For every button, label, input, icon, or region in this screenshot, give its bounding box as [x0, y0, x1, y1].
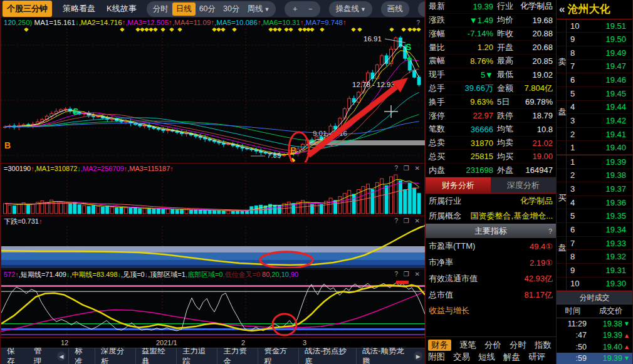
analysis-tab-0[interactable]: 财务分析	[426, 177, 491, 193]
orderbook-row[interactable]: 919.31	[557, 264, 632, 278]
bottom-tab-row1-3[interactable]: 分时	[510, 340, 526, 351]
orderbook-row[interactable]: 519.45	[557, 87, 632, 101]
zoom-in-button[interactable]: ＋	[287, 3, 303, 16]
period-tab-3[interactable]: 30分	[219, 3, 243, 16]
bottom-tab-row2-3[interactable]: 解盘	[503, 351, 520, 363]
period-tab-4[interactable]: 周线▼	[243, 3, 273, 16]
quote-row-4: 震幅8.76%最高20.85	[426, 55, 556, 68]
orderbook-row[interactable]: 319.37	[557, 182, 632, 196]
orderbook-row[interactable]: 619.46	[557, 73, 632, 87]
sell-side-label: 卖盘	[558, 19, 567, 155]
orderbook-row[interactable]: 219.38	[557, 169, 632, 183]
tool-button-0[interactable]: 操盘线▼	[332, 3, 369, 16]
orderbook-row[interactable]: 719.47	[557, 60, 632, 74]
orderbook-row[interactable]: 1019.30	[557, 278, 632, 291]
layout-tab-4[interactable]: 主力资金	[217, 348, 258, 364]
stock-3min-button[interactable]: 个股三分钟	[3, 1, 52, 17]
trade-row-1[interactable]: :4719.39▲	[557, 330, 632, 341]
quote-grid: 最新19.39行业化学制品涨跌▼1.49均价19.68涨幅-7.14%昨收20.…	[426, 0, 556, 177]
zoom-out-button[interactable]: －	[303, 3, 318, 16]
svg-text:S: S	[405, 42, 411, 52]
bottom-tab-row1-4[interactable]: 指数	[535, 340, 552, 351]
oscillator-panel: 572↑,短期线=71.409↓,中期线=83.498↓,见顶=0↓,顶部区域=…	[1, 269, 425, 338]
layout-tab-3[interactable]: 主力追踪	[176, 348, 217, 364]
band-window-icons[interactable]: ? ❐ ✕	[395, 216, 422, 226]
help-icon[interactable]: ?	[416, 18, 422, 28]
trade-row-3[interactable]: :5919.39▼	[557, 353, 632, 364]
volume-window-icons[interactable]: ? ❐ ✕	[395, 164, 422, 174]
readout-segment: ↑	[343, 19, 347, 26]
orderbook-header: « 沧州大化	[557, 0, 632, 19]
readout-segment: ,MA2=256709	[81, 165, 124, 172]
toolbar-link-0[interactable]: 策略看盘	[63, 3, 95, 14]
oscillator-chart[interactable]	[1, 269, 425, 336]
layout-tab-7[interactable]: 战法-顺势龙腾	[356, 348, 414, 364]
layout-tab-2[interactable]: 益盟经典	[135, 348, 176, 364]
save-button[interactable]: 保存	[1, 346, 28, 364]
orderbook-row[interactable]: 919.50	[557, 33, 632, 46]
level-price: 19.51	[587, 21, 626, 31]
orderbook-row[interactable]: 519.35	[557, 209, 632, 223]
level-price: 19.32	[587, 252, 626, 261]
quote-label: 震幅	[429, 55, 454, 66]
quote-value: 5▼	[454, 70, 493, 80]
orderbook-row[interactable]: 119.40	[557, 141, 632, 155]
bottom-tab-row2-2[interactable]: 短线	[478, 351, 495, 363]
period-tab-2[interactable]: 60分	[196, 3, 219, 16]
orderbook-row[interactable]: 619.34	[557, 223, 632, 237]
trade-time: :47	[557, 331, 587, 340]
metric-row-2: 有效流通市值42.93亿	[426, 271, 556, 287]
bottom-tab-row2-4[interactable]: 研评	[528, 351, 545, 363]
orderbook-row[interactable]: 119.39	[557, 155, 632, 169]
orderbook-row[interactable]: 419.36	[557, 196, 632, 210]
orderbook-row[interactable]: 419.44	[557, 101, 632, 115]
toolbar-link-1[interactable]: K线故事	[107, 3, 137, 14]
svg-text:B: B	[290, 145, 296, 155]
orderbook-row[interactable]: 719.33	[557, 237, 632, 251]
stock-trading-app: 个股三分钟策略看盘K线故事分时日线60分30分周线▼＋－操盘线▼画线＋自选▼更多…	[0, 0, 633, 364]
bottom-tab-row2-0[interactable]: 附图	[428, 351, 445, 363]
trade-row-2[interactable]: :5019.40▲	[557, 341, 632, 352]
time-axis-label-3: 3	[303, 339, 306, 346]
orderbook-row[interactable]: 1019.51	[557, 19, 632, 33]
readout-segment: 572	[4, 271, 15, 278]
orderbook-row[interactable]: 319.42	[557, 114, 632, 128]
trade-row-0[interactable]: 11:2919.38▼	[557, 318, 632, 330]
period-tab-0[interactable]: 分时	[149, 3, 172, 16]
bottom-tab-row1-1[interactable]: 逐笔	[459, 340, 476, 351]
orderbook-row[interactable]: 219.41	[557, 128, 632, 142]
metric-row-0: 市盈率(TTM)49.4①	[426, 238, 556, 254]
scroll-tabs-left-icon[interactable]: ◀	[57, 351, 66, 361]
analysis-tab-1[interactable]: 深度分析	[491, 177, 556, 193]
scroll-tabs-right-icon[interactable]: ▶	[414, 351, 422, 361]
metric-row-3: 总市值81.17亿	[426, 287, 556, 303]
bottom-tab-row1-0[interactable]: 财务	[428, 340, 451, 351]
layout-tab-5[interactable]: 资金方程	[258, 348, 298, 364]
quote-row-8: 涨停22.97跌停18.79	[426, 109, 556, 123]
readout-segment: ↑	[170, 165, 174, 172]
layout-tab-6[interactable]: 战法-拐点抄底	[298, 348, 356, 364]
layout-tab-1[interactable]: 深度分析	[95, 348, 135, 364]
period-tab-1[interactable]: 日线	[172, 3, 196, 16]
bottom-tab-row2-1[interactable]: 交易	[453, 351, 470, 363]
readout-segment: ,MA7=9.748	[304, 19, 343, 26]
quote-value: 8.76%	[454, 56, 493, 66]
back-icon[interactable]: «	[557, 3, 567, 16]
oscillator-window-icons[interactable]: ? ❐ ✕	[395, 269, 422, 279]
tool-button-1[interactable]: 画线	[384, 3, 407, 16]
candlestick-chart[interactable]: 16.9112.78 - 12.939.01 - 9.167.85SBSB	[1, 18, 425, 162]
quote-value: 1.20	[454, 43, 493, 52]
orderbook-row[interactable]: 819.32	[557, 250, 632, 264]
quote-value: 20.68	[518, 43, 553, 52]
manage-button[interactable]: 管理	[28, 346, 55, 364]
quote-value: 7.804亿	[518, 83, 553, 94]
bottom-tab-row1-2[interactable]: 分价	[484, 340, 501, 351]
quote-value: 31870	[454, 138, 493, 148]
level-number: 1	[570, 157, 587, 167]
metrics-help-icon[interactable]: ?	[548, 227, 552, 235]
info-label: 所属概念	[429, 211, 461, 222]
orderbook-row[interactable]: 819.49	[557, 46, 632, 60]
growth-link[interactable]: 收益与增长	[426, 303, 556, 318]
layout-tab-0[interactable]: 标准	[68, 348, 95, 364]
readout-segment: ,MA2=14.716	[79, 19, 122, 26]
